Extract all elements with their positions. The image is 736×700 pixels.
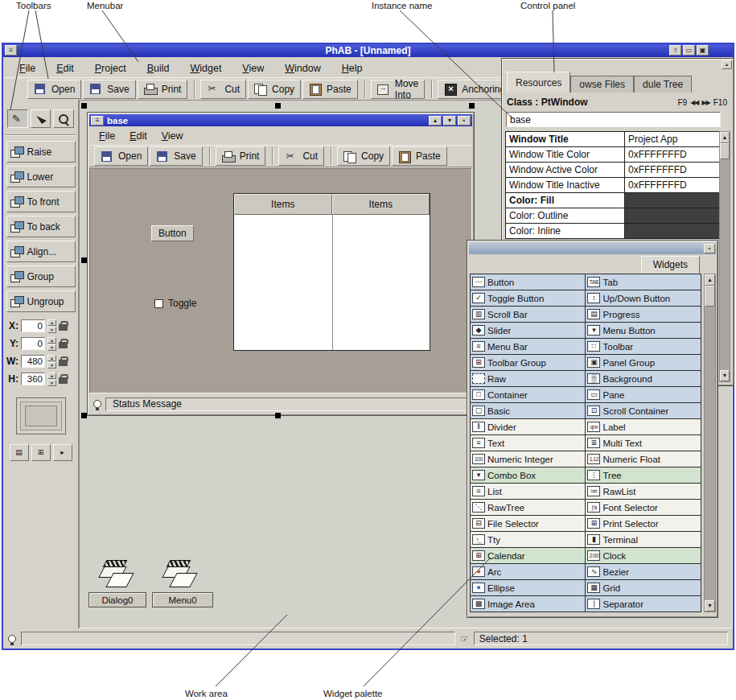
to-front-button[interactable]: To front: [6, 191, 76, 212]
widget-background[interactable]: ▒Background: [586, 371, 701, 387]
tab-dule-tree[interactable]: dule Tree: [634, 76, 692, 93]
selection-handle[interactable]: [275, 413, 281, 418]
base-menu-file[interactable]: File: [99, 130, 115, 142]
divider-list-widget[interactable]: Items Items: [233, 193, 430, 351]
widget-divider[interactable]: ‖Divider: [471, 419, 586, 435]
tab-widgets[interactable]: Widgets: [641, 256, 700, 274]
group-button[interactable]: Group: [6, 266, 76, 287]
x-field[interactable]: 0: [21, 319, 45, 332]
main-menu-widget[interactable]: Widget: [190, 63, 221, 74]
window-menu-icon[interactable]: ≡: [91, 116, 104, 126]
raise-button[interactable]: Raise: [6, 141, 76, 163]
main-menu-edit[interactable]: Edit: [56, 63, 74, 74]
w-stepper-up-icon[interactable]: ▲: [47, 355, 56, 361]
w-stepper[interactable]: ▲▼: [47, 355, 56, 369]
widget-slider[interactable]: ◆Slider: [471, 323, 586, 339]
property-value[interactable]: [625, 208, 722, 224]
f10-label[interactable]: F10: [713, 98, 727, 107]
widget-rawlist[interactable]: ≔RawList: [586, 484, 701, 500]
widget-numeric-float[interactable]: 1.12Numeric Float: [586, 451, 701, 467]
base-canvas[interactable]: Button Toggle Items Items: [89, 168, 472, 393]
widget-menu-bar[interactable]: ≡Menu Bar: [471, 339, 586, 355]
h-stepper-down-icon[interactable]: ▼: [47, 380, 56, 386]
widget-text[interactable]: ≡Text: [471, 435, 586, 451]
cut-button[interactable]: Cut: [200, 80, 246, 99]
widget-ellipse[interactable]: ●Ellipse: [471, 580, 586, 596]
scroll-thumb[interactable]: [705, 286, 715, 307]
selection-handle[interactable]: [81, 257, 87, 263]
lower-button[interactable]: Lower: [6, 166, 76, 187]
h-stepper-up-icon[interactable]: ▲: [47, 373, 56, 379]
widget-tab[interactable]: TABTab: [586, 274, 701, 290]
y-field[interactable]: 0: [21, 337, 45, 350]
print-button[interactable]: Print: [138, 80, 188, 99]
property-value[interactable]: Project App: [625, 132, 722, 147]
close-button[interactable]: ▪: [704, 244, 715, 253]
align-button[interactable]: Align...: [6, 241, 76, 262]
module-label[interactable]: Menu0: [152, 592, 213, 607]
module-label[interactable]: Dialog0: [88, 592, 146, 607]
widget-pane[interactable]: ▭Pane: [586, 387, 701, 403]
zoom-button[interactable]: ▾: [443, 116, 456, 126]
scroll-down-icon[interactable]: ▼: [705, 600, 715, 611]
paste-button[interactable]: Paste: [302, 80, 358, 99]
module-dialog0[interactable]: Dialog0: [88, 558, 146, 607]
base-menu-view[interactable]: View: [162, 130, 183, 142]
widget-print-selector[interactable]: ⊞Print Selector: [586, 516, 701, 532]
widget-calendar[interactable]: ⊞Calendar: [471, 548, 586, 564]
x-lock-icon[interactable]: [59, 324, 68, 331]
property-name[interactable]: Color: Inline: [506, 224, 625, 239]
widget-numeric-integer[interactable]: 100Numeric Integer: [471, 451, 586, 467]
tab-resources[interactable]: Resources: [507, 72, 570, 93]
y-stepper[interactable]: ▲▼: [47, 337, 56, 351]
property-name[interactable]: Window Title Color: [506, 147, 625, 163]
widget-scroll-container[interactable]: ⊡Scroll Container: [586, 403, 701, 419]
magnifier-tool-button[interactable]: [53, 109, 74, 128]
main-menu-help[interactable]: Help: [342, 63, 363, 74]
selection-handle[interactable]: [275, 103, 281, 109]
widget-file-selector[interactable]: ⊟File Selector: [471, 516, 586, 532]
widget-menu-button[interactable]: ▾Menu Button: [586, 323, 701, 339]
property-value[interactable]: [625, 224, 722, 239]
main-menu-project[interactable]: Project: [95, 63, 126, 74]
main-titlebar[interactable]: ≡ PhAB - [Unnamed] ?▭▣: [3, 44, 733, 57]
x-stepper-up-icon[interactable]: ▲: [47, 319, 56, 326]
x-stepper[interactable]: ▲▼: [47, 319, 56, 333]
expand-button[interactable]: ▸: [53, 444, 72, 461]
h-stepper[interactable]: ▲▼: [47, 373, 56, 386]
base-titlebar[interactable]: ≡ base ▴▾▪: [89, 114, 472, 126]
widget-tree[interactable]: ⋮Tree: [586, 467, 701, 484]
selection-handle[interactable]: [81, 103, 87, 109]
tile-view-button[interactable]: ▤: [10, 444, 29, 461]
widget-list[interactable]: ≡List: [471, 484, 586, 500]
main-menu-build[interactable]: Build: [147, 63, 170, 74]
widget-button[interactable]: ⋯Button: [471, 274, 586, 290]
w-stepper-down-icon[interactable]: ▼: [47, 362, 56, 369]
h-field[interactable]: 360: [21, 373, 45, 385]
widget-separator[interactable]: ∣Separator: [586, 596, 701, 612]
tab-owse-files[interactable]: owse Files: [570, 76, 634, 93]
checkbox-icon[interactable]: [154, 299, 163, 308]
widget-rawtree[interactable]: ⋱RawTree: [471, 500, 586, 516]
widget-raw[interactable]: Raw: [471, 371, 586, 387]
base-menu-edit[interactable]: Edit: [130, 130, 147, 142]
widget-panel-group[interactable]: ▣Panel Group: [586, 355, 701, 371]
paste-button[interactable]: Paste: [392, 146, 447, 166]
property-name[interactable]: Window Active Color: [506, 163, 625, 178]
widget-combo-box[interactable]: ▾Combo Box: [471, 467, 586, 484]
widget-image-area[interactable]: ▩Image Area: [471, 596, 586, 612]
property-value[interactable]: 0xFFFFFFFD: [625, 163, 722, 178]
property-name[interactable]: Window Title: [506, 132, 625, 147]
pointer-tool-button[interactable]: [31, 109, 51, 128]
property-name[interactable]: Color: Outline: [506, 208, 625, 224]
print-button[interactable]: Print: [216, 146, 266, 166]
f9-label[interactable]: F9: [677, 98, 687, 107]
scroll-up-icon[interactable]: ▲: [705, 274, 715, 286]
widget-basic[interactable]: ▢Basic: [471, 403, 586, 419]
toggle-widget[interactable]: Toggle: [154, 298, 196, 309]
widget-toggle-button[interactable]: ✓Toggle Button: [471, 290, 586, 307]
close-button[interactable]: ▪: [458, 116, 471, 126]
widget-toolbar[interactable]: ∷Toolbar: [586, 339, 701, 355]
widget-up-down-button[interactable]: ↕Up/Down Button: [586, 290, 701, 307]
scroll-down-icon[interactable]: ▼: [720, 370, 730, 381]
